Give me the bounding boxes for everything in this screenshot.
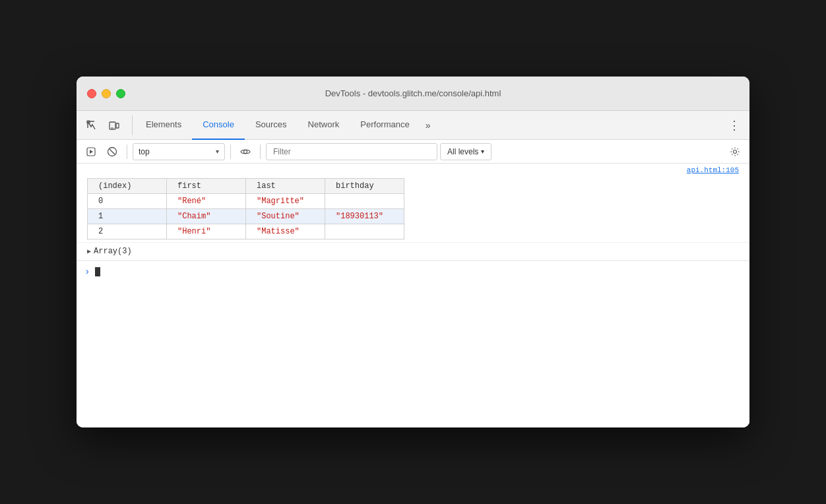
console-toolbar: top ▾ All levels ▾ bbox=[77, 140, 749, 164]
traffic-lights bbox=[87, 89, 125, 98]
console-input-row: › bbox=[77, 261, 749, 282]
console-table: (index) first last birthday 0"René""Magr… bbox=[87, 178, 404, 239]
tab-icon-group bbox=[82, 115, 133, 135]
svg-point-8 bbox=[244, 150, 247, 153]
table-cell-birthday bbox=[325, 194, 404, 209]
table-cell-birthday: "18930113" bbox=[325, 209, 404, 224]
toolbar-separator-1 bbox=[127, 144, 127, 159]
tab-performance[interactable]: Performance bbox=[350, 111, 420, 140]
levels-arrow-icon: ▾ bbox=[481, 148, 484, 155]
table-cell-first: "Chaim" bbox=[167, 209, 246, 224]
settings-button[interactable] bbox=[726, 142, 744, 161]
array-label: Array(3) bbox=[94, 247, 132, 256]
table-cell-last: "Soutine" bbox=[246, 209, 325, 224]
toolbar-separator-3 bbox=[260, 144, 261, 159]
clear-console-button[interactable] bbox=[103, 142, 121, 161]
svg-rect-2 bbox=[116, 123, 119, 128]
table-row: 0 bbox=[88, 194, 167, 209]
svg-point-9 bbox=[734, 150, 737, 153]
eye-icon[interactable] bbox=[236, 142, 255, 161]
inspect-icon[interactable] bbox=[82, 115, 102, 135]
console-output: api.html:105 (index) first last birthday… bbox=[77, 164, 749, 427]
tab-sources[interactable]: Sources bbox=[245, 111, 298, 140]
devtools-window: DevTools - devtools.glitch.me/console/ap… bbox=[77, 77, 749, 427]
table-cell-last: "Matisse" bbox=[246, 224, 325, 239]
table-cell-last: "Magritte" bbox=[246, 194, 325, 209]
tab-overflow-button[interactable]: » bbox=[420, 111, 436, 140]
svg-line-7 bbox=[110, 149, 115, 154]
context-selector[interactable]: top ▾ bbox=[133, 143, 225, 160]
close-button[interactable] bbox=[87, 89, 96, 98]
prompt-icon: › bbox=[84, 267, 90, 277]
run-script-button[interactable] bbox=[82, 142, 100, 161]
titlebar: DevTools - devtools.glitch.me/console/ap… bbox=[77, 77, 749, 111]
tab-console[interactable]: Console bbox=[192, 111, 245, 140]
svg-marker-5 bbox=[90, 150, 93, 154]
table-cell-first: "Henri" bbox=[167, 224, 246, 239]
tab-network[interactable]: Network bbox=[298, 111, 350, 140]
table-cell-birthday bbox=[325, 224, 404, 239]
col-header-index: (index) bbox=[88, 179, 167, 194]
device-icon[interactable] bbox=[104, 115, 124, 135]
table-cell-first: "René" bbox=[167, 194, 246, 209]
devtools-body: Elements Console Sources Network Perform… bbox=[77, 111, 749, 427]
tab-elements[interactable]: Elements bbox=[135, 111, 192, 140]
more-options-button[interactable]: ⋮ bbox=[724, 115, 744, 135]
maximize-button[interactable] bbox=[116, 89, 125, 98]
array-expand-row[interactable]: ▶ Array(3) bbox=[77, 243, 749, 261]
col-header-birthday: birthday bbox=[325, 179, 404, 194]
tabs-bar: Elements Console Sources Network Perform… bbox=[77, 111, 749, 140]
table-row: 1 bbox=[88, 209, 167, 224]
table-row: 2 bbox=[88, 224, 167, 239]
col-header-first: first bbox=[167, 179, 246, 194]
log-levels-button[interactable]: All levels ▾ bbox=[440, 143, 492, 160]
minimize-button[interactable] bbox=[102, 89, 111, 98]
window-title: DevTools - devtools.glitch.me/console/ap… bbox=[325, 88, 501, 98]
filter-input[interactable] bbox=[266, 143, 437, 160]
toolbar-separator-2 bbox=[230, 144, 231, 159]
context-arrow-icon: ▾ bbox=[216, 148, 219, 155]
source-reference[interactable]: api.html:105 bbox=[77, 164, 749, 175]
console-cursor bbox=[95, 267, 100, 276]
expand-arrow-icon: ▶ bbox=[87, 247, 91, 255]
console-table-container: (index) first last birthday 0"René""Magr… bbox=[77, 175, 749, 243]
col-header-last: last bbox=[246, 179, 325, 194]
